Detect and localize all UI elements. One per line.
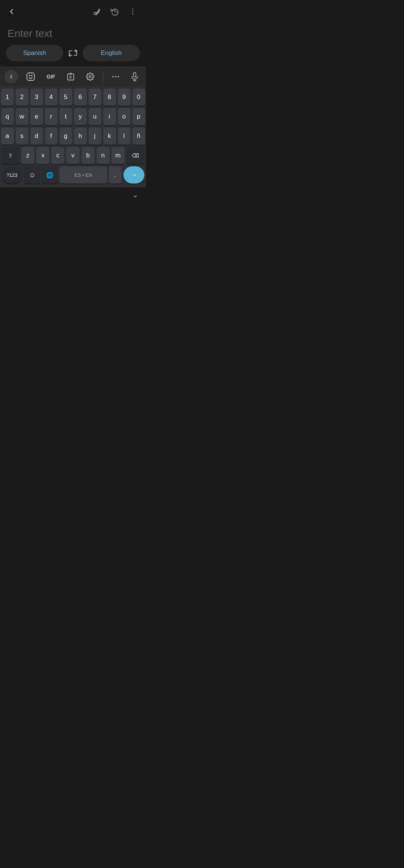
key-v[interactable]: v — [66, 147, 79, 164]
bottom-bar: ⌄ — [0, 187, 146, 201]
key-4[interactable]: 4 — [45, 89, 58, 106]
more-options-button[interactable] — [127, 6, 138, 17]
key-l[interactable]: l — [118, 127, 131, 145]
key-x[interactable]: x — [36, 147, 49, 164]
svg-point-6 — [31, 75, 32, 76]
zxcv-row: ⇧ z x c v b n m ⌫ — [1, 147, 144, 164]
key-z[interactable]: z — [21, 147, 34, 164]
settings-button[interactable] — [83, 70, 97, 83]
top-bar — [0, 0, 146, 20]
key-o[interactable]: o — [118, 108, 131, 125]
svg-rect-4 — [27, 73, 34, 80]
keyboard: 1 2 3 4 5 6 7 8 9 0 q w e r t y u i o p … — [0, 86, 146, 187]
language-switcher: Spanish English — [0, 40, 146, 67]
svg-point-12 — [115, 76, 116, 77]
microphone-button[interactable] — [128, 70, 141, 83]
key-g[interactable]: g — [59, 127, 72, 145]
svg-point-5 — [29, 75, 30, 76]
key-m[interactable]: m — [111, 147, 125, 164]
svg-point-1 — [132, 9, 134, 10]
key-e[interactable]: e — [30, 108, 43, 125]
qwerty-row: q w e r t y u i o p — [1, 108, 144, 125]
hide-keyboard-chevron[interactable]: ⌄ — [132, 190, 138, 199]
key-q[interactable]: q — [1, 108, 14, 125]
key-5[interactable]: 5 — [59, 89, 72, 106]
key-8[interactable]: 8 — [103, 89, 116, 106]
dot-key[interactable]: . — [109, 166, 122, 184]
key-d[interactable]: d — [30, 127, 43, 145]
svg-rect-7 — [70, 73, 72, 75]
key-j[interactable]: j — [89, 127, 101, 145]
key-y[interactable]: y — [74, 108, 87, 125]
asdf-row: a s d f g h j k l ñ — [1, 127, 144, 145]
key-u[interactable]: u — [89, 108, 101, 125]
svg-point-11 — [112, 76, 114, 77]
key-b[interactable]: b — [82, 147, 95, 164]
emoji-key[interactable]: ☺ — [24, 166, 40, 184]
english-language-button[interactable]: English — [83, 45, 140, 61]
enter-key[interactable]: → — [123, 166, 144, 184]
toolbar-back-button[interactable] — [4, 70, 18, 83]
key-t[interactable]: t — [59, 108, 72, 125]
handwriting-button[interactable] — [91, 6, 102, 17]
key-3[interactable]: 3 — [30, 89, 43, 106]
keyboard-toolbar: GIF — [0, 67, 146, 86]
emoji-sticker-button[interactable] — [23, 70, 38, 83]
shift-key[interactable]: ⇧ — [1, 147, 19, 164]
key-9[interactable]: 9 — [118, 89, 131, 106]
key-p[interactable]: p — [132, 108, 145, 125]
text-placeholder: Enter text — [7, 28, 52, 39]
key-a[interactable]: a — [1, 127, 14, 145]
text-input-area[interactable]: Enter text — [0, 20, 146, 40]
key-s[interactable]: s — [16, 127, 28, 145]
key-1[interactable]: 1 — [1, 89, 14, 106]
swap-languages-icon[interactable] — [68, 49, 78, 57]
key-6[interactable]: 6 — [74, 89, 87, 106]
key-h[interactable]: h — [74, 127, 87, 145]
key-k[interactable]: k — [103, 127, 116, 145]
key-7[interactable]: 7 — [89, 89, 101, 106]
key-2[interactable]: 2 — [16, 89, 28, 106]
key-w[interactable]: w — [16, 108, 28, 125]
delete-key[interactable]: ⌫ — [126, 147, 144, 164]
key-0[interactable]: 0 — [132, 89, 145, 106]
gif-button[interactable]: GIF — [43, 71, 58, 82]
space-key[interactable]: ES • EN — [59, 166, 107, 184]
key-n[interactable]: n — [97, 147, 110, 164]
key-i[interactable]: i — [103, 108, 116, 125]
history-button[interactable] — [109, 6, 120, 17]
svg-point-2 — [132, 11, 134, 12]
svg-point-13 — [117, 76, 119, 77]
clipboard-button[interactable] — [64, 70, 78, 83]
spanish-language-button[interactable]: Spanish — [6, 45, 63, 61]
toolbar-divider — [103, 71, 103, 82]
key-r[interactable]: r — [45, 108, 58, 125]
more-toolbar-button[interactable] — [108, 73, 123, 81]
key-enye[interactable]: ñ — [132, 127, 145, 145]
numbers-key[interactable]: ?123 — [1, 166, 22, 184]
key-c[interactable]: c — [51, 147, 64, 164]
svg-rect-14 — [134, 73, 136, 77]
bottom-row: ?123 ☺ 🌐 ES • EN . → — [1, 166, 144, 184]
svg-point-3 — [132, 13, 134, 15]
svg-point-10 — [89, 76, 92, 78]
globe-key[interactable]: 🌐 — [42, 166, 58, 184]
number-row: 1 2 3 4 5 6 7 8 9 0 — [1, 89, 144, 106]
key-f[interactable]: f — [45, 127, 58, 145]
back-button[interactable] — [6, 6, 17, 17]
